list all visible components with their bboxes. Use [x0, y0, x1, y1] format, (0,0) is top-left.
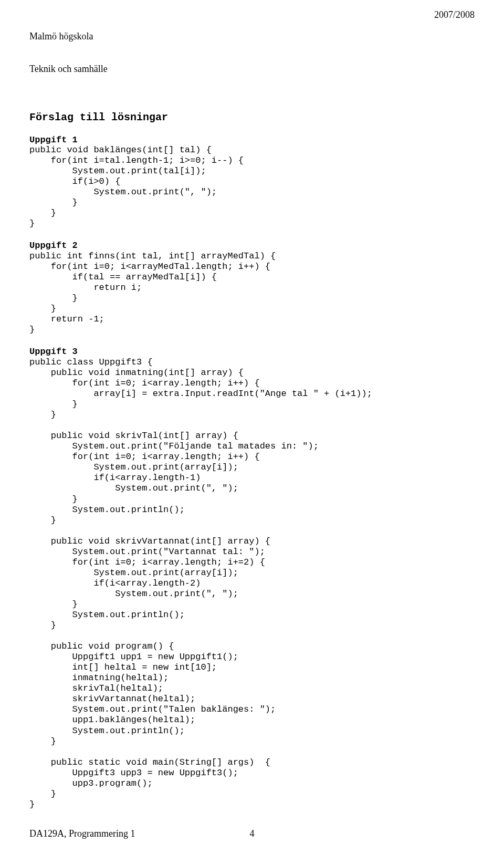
- document-title: Förslag till lösningar: [29, 111, 475, 123]
- page: Malmö högskola Teknik och samhälle 2007/…: [0, 0, 504, 854]
- uppgift-2-heading: Uppgift 2: [29, 241, 475, 251]
- course-code: DA129A, Programmering 1: [29, 828, 135, 839]
- academic-year: 2007/2008: [434, 9, 475, 97]
- uppgift-1-code: public void baklänges(int[] tal) { for(i…: [29, 145, 475, 229]
- page-number: 4: [250, 828, 255, 839]
- institution-line-2: Teknik och samhälle: [29, 64, 108, 75]
- institution-block: Malmö högskola Teknik och samhälle: [29, 9, 108, 97]
- uppgift-1-heading: Uppgift 1: [29, 135, 475, 145]
- page-header: Malmö högskola Teknik och samhälle 2007/…: [29, 9, 475, 97]
- uppgift-3-code: public class Uppgift3 { public void inma…: [29, 357, 475, 810]
- institution-line-1: Malmö högskola: [29, 31, 108, 42]
- uppgift-3-heading: Uppgift 3: [29, 347, 475, 357]
- uppgift-2-code: public int finns(int tal, int[] arrayMed…: [29, 251, 475, 335]
- page-footer: DA129A, Programmering 1 4: [29, 828, 475, 839]
